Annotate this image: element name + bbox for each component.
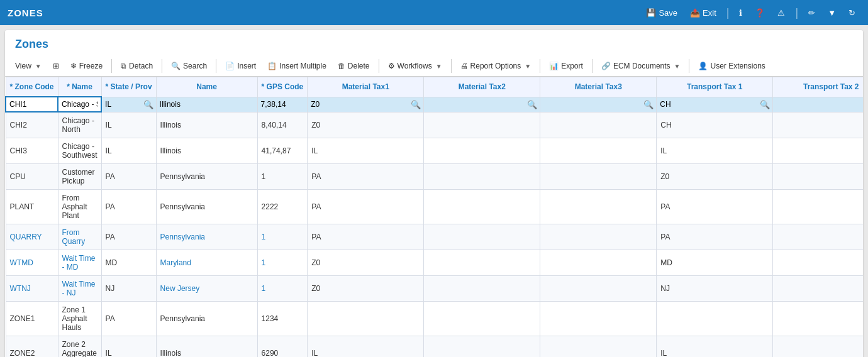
cell-name[interactable]: Customer Pickup <box>58 164 101 190</box>
trans-tax2-input[interactable] <box>773 97 863 111</box>
mat-tax3-input[interactable] <box>540 97 641 111</box>
cell-trans-tax1[interactable]: IL <box>657 336 773 358</box>
help-button[interactable]: ❓ <box>750 6 770 20</box>
delete-button[interactable]: 🗑 Delete <box>333 58 375 74</box>
cell-mat-tax1[interactable]: Z0 <box>308 250 424 276</box>
state-name-input[interactable] <box>157 97 257 111</box>
insert-button[interactable]: 📄 Insert <box>220 58 261 74</box>
cell-gps[interactable]: 1 <box>257 250 308 276</box>
cell-zone-code[interactable]: CHI2 <box>6 112 58 138</box>
cell-trans-tax1[interactable]: 🔍 <box>657 97 773 112</box>
cell-mat-tax3[interactable] <box>540 190 657 224</box>
mat-tax2-search-button[interactable]: 🔍 <box>525 99 540 111</box>
cell-trans-tax1[interactable]: NJ <box>657 276 773 302</box>
user-extensions-button[interactable]: 👤 User Extensions <box>693 58 770 74</box>
cell-state[interactable]: NJ <box>101 276 156 302</box>
cell-mat-tax3[interactable] <box>540 164 657 190</box>
cell-trans-tax1[interactable]: IL <box>657 138 773 164</box>
cell-zone-code[interactable]: ZONE2 <box>6 336 58 358</box>
cell-mat-tax3[interactable] <box>540 302 657 336</box>
cell-state[interactable]: MD <box>101 250 156 276</box>
cell-zone-code[interactable]: PLANT <box>6 190 58 224</box>
cell-mat-tax2[interactable]: 🔍 <box>424 97 540 112</box>
cell-name[interactable]: From Asphalt Plant <box>58 190 101 224</box>
search-button[interactable]: 🔍 Search <box>166 58 212 74</box>
cell-mat-tax2[interactable] <box>424 224 540 250</box>
save-button[interactable]: 💾 Save <box>641 6 682 20</box>
cell-trans-tax2[interactable] <box>773 224 863 250</box>
cell-state-name[interactable]: Pennsylvania <box>156 224 257 250</box>
cell-trans-tax1[interactable]: CH <box>657 112 773 138</box>
cell-name[interactable]: Wait Time - NJ <box>58 276 101 302</box>
table-row[interactable]: ZONE2 Zone 2 Aggregate Hauls IL Illinois… <box>6 336 863 358</box>
cell-mat-tax3[interactable]: 🔍 <box>540 97 657 112</box>
cell-state[interactable]: IL <box>101 112 156 138</box>
ecm-documents-button[interactable]: 🔗 ECM Documents ▼ <box>596 58 686 74</box>
trans-tax1-search-button[interactable]: 🔍 <box>757 99 772 111</box>
cell-zone-code[interactable]: CHI3 <box>6 138 58 164</box>
cell-mat-tax1[interactable]: IL <box>308 138 424 164</box>
cell-zone-code[interactable]: QUARRY <box>6 224 58 250</box>
cell-mat-tax2[interactable] <box>424 138 540 164</box>
cell-trans-tax1[interactable]: PA <box>657 224 773 250</box>
export-button[interactable]: 📊 Export <box>544 58 588 74</box>
cell-state[interactable]: PA <box>101 224 156 250</box>
mat-tax2-input[interactable] <box>424 97 525 111</box>
cell-state-name[interactable]: Illinois <box>156 336 257 358</box>
cell-gps[interactable]: 6290 <box>257 336 308 358</box>
cell-name[interactable]: Zone 1 Asphalt Hauls <box>58 302 101 336</box>
cell-trans-tax1[interactable]: Z0 <box>657 164 773 190</box>
dropdown-button[interactable]: ▼ <box>823 6 841 20</box>
cell-mat-tax3[interactable] <box>540 250 657 276</box>
cell-trans-tax2[interactable] <box>773 112 863 138</box>
cell-zone-code[interactable]: WTNJ <box>6 276 58 302</box>
cell-state-name[interactable]: Pennsylvania <box>156 164 257 190</box>
cell-mat-tax2[interactable] <box>424 250 540 276</box>
cell-zone-code[interactable]: WTMD <box>6 250 58 276</box>
cell-trans-tax2[interactable] <box>773 276 863 302</box>
cell-state-name[interactable]: Illinois <box>156 112 257 138</box>
table-row[interactable]: WTNJ Wait Time - NJ NJ New Jersey 1 Z0 N… <box>6 276 863 302</box>
cell-state[interactable]: PA <box>101 164 156 190</box>
cell-mat-tax3[interactable] <box>540 224 657 250</box>
table-row[interactable]: CHI2 Chicago - North IL Illinois 8,40,14… <box>6 112 863 138</box>
cell-mat-tax3[interactable] <box>540 276 657 302</box>
cell-gps[interactable] <box>257 97 308 112</box>
cell-gps[interactable]: 8,40,14 <box>257 112 308 138</box>
table-row[interactable]: ZONE1 Zone 1 Asphalt Hauls PA Pennsylvan… <box>6 302 863 336</box>
cell-mat-tax2[interactable] <box>424 336 540 358</box>
cell-mat-tax1[interactable]: Z0 <box>308 112 424 138</box>
mat-tax1-search-button[interactable]: 🔍 <box>408 99 423 111</box>
cell-mat-tax1[interactable] <box>308 302 424 336</box>
cell-trans-tax2[interactable] <box>773 302 863 336</box>
mat-tax1-input[interactable] <box>308 97 408 111</box>
cell-state[interactable]: IL <box>101 138 156 164</box>
info-button[interactable]: ℹ <box>734 6 747 20</box>
insert-multiple-button[interactable]: 📋 Insert Multiple <box>262 58 331 74</box>
table-row[interactable]: WTMD Wait Time - MD MD Maryland 1 Z0 MD <box>6 250 863 276</box>
exit-button[interactable]: 📤 Exit <box>685 6 721 20</box>
table-row[interactable]: PLANT From Asphalt Plant PA Pennsylvania… <box>6 190 863 224</box>
cell-gps[interactable]: 1234 <box>257 302 308 336</box>
workflows-button[interactable]: ⚙ Workflows ▼ <box>383 58 447 74</box>
cell-mat-tax1[interactable]: PA <box>308 190 424 224</box>
cell-state-name[interactable] <box>156 97 257 112</box>
alert-button[interactable]: ⚠ <box>772 6 790 20</box>
cell-trans-tax1[interactable] <box>657 302 773 336</box>
cell-mat-tax2[interactable] <box>424 302 540 336</box>
table-row[interactable]: QUARRY From Quarry PA Pennsylvania 1 PA … <box>6 224 863 250</box>
cell-trans-tax2[interactable] <box>773 164 863 190</box>
cell-mat-tax2[interactable] <box>424 276 540 302</box>
cell-zone-code[interactable]: CPU <box>6 164 58 190</box>
trans-tax1-input[interactable] <box>657 97 757 111</box>
gps-input[interactable] <box>258 97 308 111</box>
cell-mat-tax2[interactable] <box>424 164 540 190</box>
cell-state-name[interactable]: Illinois <box>156 138 257 164</box>
cell-mat-tax3[interactable] <box>540 112 657 138</box>
cell-mat-tax1[interactable]: PA <box>308 224 424 250</box>
cell-mat-tax1[interactable]: Z0 <box>308 276 424 302</box>
cell-mat-tax2[interactable] <box>424 190 540 224</box>
cell-trans-tax2[interactable] <box>773 190 863 224</box>
cell-trans-tax1[interactable]: PA <box>657 190 773 224</box>
cell-state-name[interactable]: Pennsylvania <box>156 302 257 336</box>
